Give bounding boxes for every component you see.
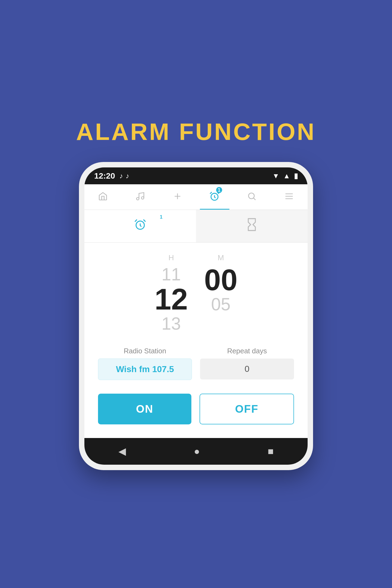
hamburger-icon [284,191,294,204]
music-note-icon-1: ♪ [120,172,123,180]
hourglass-icon [245,218,259,235]
bottom-nav-bar: ◀ ● ■ [84,438,308,465]
status-time: 12:20 [94,171,115,180]
repeat-days-label: Repeat days [200,347,294,355]
minutes-column: M 00 05 [204,253,237,333]
radio-station-label: Radio Station [98,347,192,355]
main-content: H 11 12 13 M 00 05 Radio Station Wish fm… [84,243,308,438]
minutes-next[interactable]: 05 [211,295,231,314]
svg-point-1 [142,197,144,199]
page-title: ALARM FUNCTION [76,118,316,146]
radio-station-value[interactable]: Wish fm 107.5 [98,359,192,380]
home-button[interactable]: ● [194,446,200,457]
minutes-current[interactable]: 00 [204,265,237,295]
recents-button[interactable]: ■ [268,446,274,457]
nav-home[interactable] [84,185,122,209]
add-icon [173,191,182,204]
sub-tabs: 1 [84,210,308,243]
sub-alarm-badge: 1 [160,214,163,220]
home-icon [98,191,108,204]
buttons-row: ON OFF [98,394,294,424]
time-picker: H 11 12 13 M 00 05 [98,253,294,333]
status-bar: 12:20 ♪ ♪ ▼ ▲ ▮ [84,167,308,184]
alarm-badge: 1 [216,187,222,193]
nav-alarm[interactable]: 1 [196,184,233,210]
signal-icon: ▲ [283,172,290,180]
svg-line-6 [254,198,256,200]
status-right: ▼ ▲ ▮ [272,172,298,180]
hours-next[interactable]: 13 [161,314,181,333]
battery-icon: ▮ [294,172,298,180]
music-icon [135,191,145,204]
hours-header: H [169,253,174,262]
off-button[interactable]: OFF [200,394,294,424]
wifi-icon: ▼ [272,172,280,180]
hours-column: H 11 12 13 [155,253,188,333]
phone-frame: 12:20 ♪ ♪ ▼ ▲ ▮ [79,162,313,470]
music-note-icon-2: ♪ [126,172,129,180]
nav-search[interactable] [233,185,271,209]
phone-screen: 12:20 ♪ ♪ ▼ ▲ ▮ [84,167,308,465]
svg-point-5 [249,193,254,199]
repeat-days-value[interactable]: 0 [200,359,294,379]
back-button[interactable]: ◀ [118,446,126,457]
nav-music[interactable] [122,185,159,209]
settings-row: Radio Station Wish fm 107.5 Repeat days … [98,347,294,380]
repeat-days-group: Repeat days 0 [200,347,294,380]
on-button[interactable]: ON [98,394,191,424]
sub-tab-alarm[interactable]: 1 [84,210,196,242]
search-icon [247,191,257,204]
nav-add[interactable] [159,185,196,209]
svg-point-0 [137,198,139,200]
nav-menu[interactable] [270,185,308,209]
sub-alarm-icon [133,218,147,235]
sub-tab-timer[interactable] [196,210,308,242]
top-nav: 1 [84,184,308,210]
status-music-icons: ♪ ♪ [120,172,129,180]
hours-prev[interactable]: 11 [161,265,181,284]
hours-current[interactable]: 12 [155,284,188,314]
minutes-header: M [218,253,224,262]
radio-station-group: Radio Station Wish fm 107.5 [98,347,192,380]
status-left: 12:20 ♪ ♪ [94,171,129,180]
